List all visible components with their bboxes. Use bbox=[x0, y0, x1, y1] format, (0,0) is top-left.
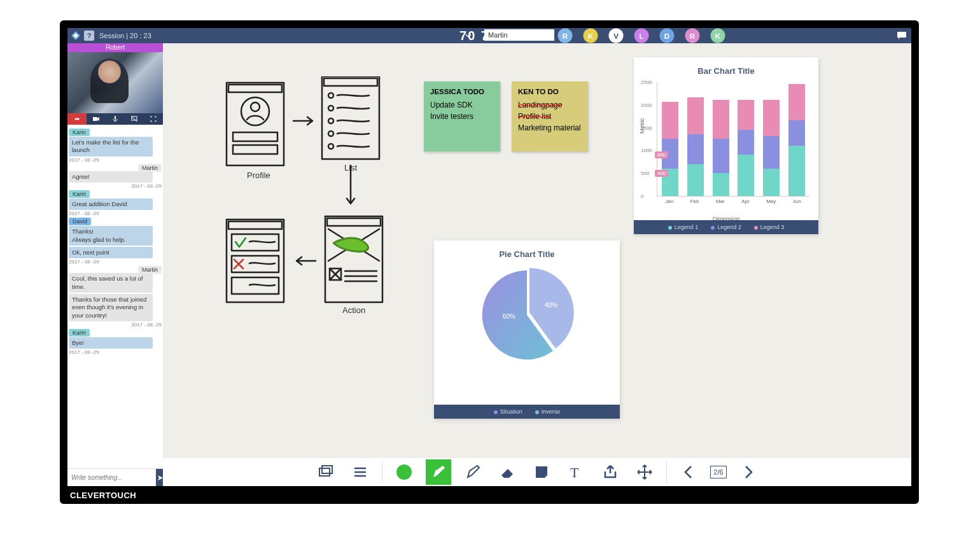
chat-message: KarinBye!2017 - 08 -29 bbox=[69, 329, 162, 355]
note-line: Profile list bbox=[518, 111, 582, 122]
chat-timestamp: 2017 - 08 -29 bbox=[69, 183, 162, 189]
svg-text:T: T bbox=[570, 464, 579, 480]
chat-timestamp: 2017 - 08 -29 bbox=[69, 211, 162, 216]
participant-avatar[interactable]: K bbox=[711, 29, 725, 43]
xtick: Apr bbox=[741, 199, 749, 204]
video-participant-label: Robert bbox=[67, 43, 163, 52]
bar-group bbox=[738, 82, 754, 196]
note-title: KEN TO DO bbox=[518, 87, 582, 97]
fullscreen-button[interactable] bbox=[144, 113, 163, 125]
svg-rect-5 bbox=[132, 116, 137, 120]
ytick: 2000 bbox=[641, 102, 652, 108]
compose-bar bbox=[67, 468, 163, 486]
participant-avatar[interactable]: L bbox=[634, 29, 649, 43]
camera-button[interactable] bbox=[87, 113, 106, 125]
svg-rect-3 bbox=[93, 117, 97, 121]
participant-avatar[interactable]: R bbox=[685, 29, 700, 43]
pie-legend: Situation Inverse bbox=[434, 405, 620, 419]
prev-page-button[interactable] bbox=[676, 459, 701, 485]
compose-input[interactable] bbox=[67, 469, 156, 486]
bar-group bbox=[763, 82, 780, 196]
ytick: 500 bbox=[641, 171, 649, 176]
svg-point-15 bbox=[328, 106, 333, 111]
pin-dropdown-icon[interactable] bbox=[462, 29, 475, 42]
participant-avatar[interactable]: K bbox=[584, 29, 598, 43]
pie-chart-card[interactable]: Pie Chart Title 40% 60% Situation bbox=[434, 241, 620, 419]
chat-author: Martin bbox=[138, 164, 162, 172]
svg-rect-30 bbox=[322, 466, 332, 473]
chat-log[interactable]: KarinLet's make the list for the launch2… bbox=[67, 125, 163, 468]
video-feed[interactable] bbox=[67, 52, 163, 113]
next-page-button[interactable] bbox=[736, 459, 761, 485]
bar-group bbox=[687, 82, 704, 196]
xtick: Mar bbox=[716, 199, 725, 204]
participant-avatar[interactable]: D bbox=[660, 29, 675, 43]
svg-text:60%: 60% bbox=[503, 313, 515, 320]
session-label: Session | 20 : 23 bbox=[99, 32, 151, 39]
svg-point-17 bbox=[328, 131, 333, 136]
svg-rect-29 bbox=[319, 468, 330, 476]
menu-icon[interactable] bbox=[347, 459, 373, 485]
help-button[interactable]: ? bbox=[84, 31, 94, 41]
chat-bubble: Thanks for those that joined even though… bbox=[69, 294, 153, 321]
chat-bubble: Thanks! Always glad to help. bbox=[69, 226, 153, 246]
ytick: 2500 bbox=[641, 80, 652, 85]
eraser-tool[interactable] bbox=[494, 459, 520, 485]
sidebar: Robert KarinLet's make the list for the … bbox=[67, 43, 163, 486]
note-line: Marketing material bbox=[518, 122, 582, 134]
svg-rect-7 bbox=[228, 85, 282, 92]
bar-chart: 850 450 05001000150020002500 bbox=[657, 82, 809, 197]
pen-tool[interactable] bbox=[426, 459, 451, 485]
slides-icon[interactable] bbox=[313, 459, 339, 485]
text-tool[interactable]: T bbox=[563, 459, 589, 485]
note-line: Landingpage bbox=[518, 99, 582, 111]
bar-annotation: 450 bbox=[655, 170, 668, 177]
brand-label: CLEVERTOUCH bbox=[70, 491, 136, 500]
xtick: May bbox=[766, 199, 776, 204]
highlighter-tool[interactable] bbox=[460, 459, 486, 485]
sketch-label-profile: Profile bbox=[247, 171, 270, 180]
hangup-button[interactable] bbox=[67, 113, 87, 125]
svg-text:40%: 40% bbox=[545, 302, 557, 309]
svg-rect-25 bbox=[327, 218, 381, 226]
screenshare-button[interactable] bbox=[125, 113, 144, 125]
xtick: Feb bbox=[690, 199, 699, 204]
device-frame: ? Session | 20 : 23 70 76 55 RKVLDRK Rob… bbox=[60, 20, 919, 504]
svg-rect-2 bbox=[897, 32, 906, 38]
chat-author: Karin bbox=[69, 190, 90, 198]
chat-bubble: Ok, next point bbox=[69, 247, 153, 258]
sticky-note-tool[interactable] bbox=[529, 459, 554, 485]
sketch-label-list: List bbox=[344, 163, 358, 172]
page-indicator[interactable]: 2/6 bbox=[710, 466, 726, 478]
bar-legend: Legend 1 Legend 2 Legend 3 bbox=[634, 220, 818, 234]
bar-group bbox=[788, 82, 805, 196]
svg-rect-10 bbox=[233, 132, 277, 141]
video-controls bbox=[67, 113, 163, 125]
participant-avatar[interactable]: V bbox=[609, 29, 624, 43]
chat-toggle-icon[interactable] bbox=[896, 30, 907, 41]
sticky-note-yellow[interactable]: KEN TO DO Landingpage Profile list Marke… bbox=[512, 81, 588, 151]
chat-author: Martin bbox=[138, 266, 162, 274]
color-picker-button[interactable] bbox=[391, 459, 417, 485]
sticky-note-green[interactable]: JESSICA TODO Update SDK Invite testers bbox=[424, 81, 500, 151]
pie-chart: 40% 60% bbox=[479, 265, 575, 361]
svg-rect-6 bbox=[227, 83, 284, 165]
chat-author: Karin bbox=[69, 129, 90, 136]
whiteboard-canvas[interactable]: Profile List Action JESSICA TODO Update … bbox=[163, 43, 911, 458]
chat-timestamp: 2017 - 08 -29 bbox=[69, 322, 162, 328]
app-logo-icon[interactable] bbox=[69, 29, 83, 43]
svg-point-9 bbox=[251, 102, 260, 111]
svg-rect-24 bbox=[325, 216, 382, 302]
share-icon[interactable] bbox=[598, 459, 623, 485]
xtick: Jun bbox=[793, 199, 801, 204]
participant-avatar[interactable]: R bbox=[558, 29, 573, 43]
participants: RKVLDRK bbox=[559, 29, 724, 42]
move-tool[interactable] bbox=[632, 459, 657, 485]
chat-message: Ok, next point2017 - 08 -29 bbox=[69, 247, 162, 265]
bar-chart-card[interactable]: Bar Chart Title Metric 850 450 050010001… bbox=[634, 57, 818, 234]
username-input[interactable] bbox=[484, 29, 554, 41]
chat-bubble: Bye! bbox=[69, 337, 153, 349]
chat-message: MartinCool, this saved us a lot of time. bbox=[69, 266, 162, 293]
ytick: 1500 bbox=[641, 125, 652, 130]
mic-button[interactable] bbox=[106, 113, 125, 125]
